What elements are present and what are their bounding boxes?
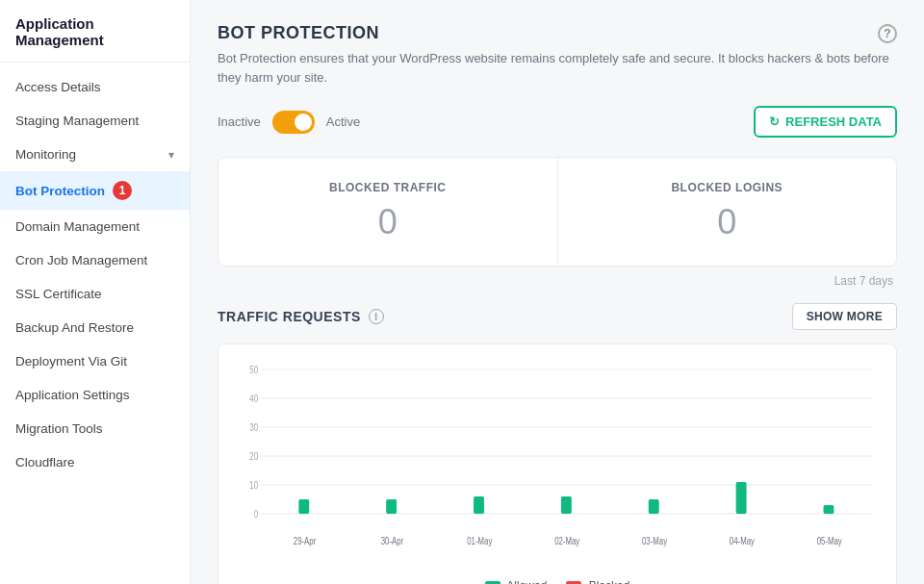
- svg-text:30: 30: [249, 422, 258, 433]
- sidebar-title: Application Management: [0, 0, 190, 63]
- sidebar-item-label: Access Details: [15, 80, 101, 94]
- chart-container: 0102030405029-Apr30-Apr01-May02-May03-Ma…: [218, 343, 897, 584]
- chart-area: 0102030405029-Apr30-Apr01-May02-May03-Ma…: [234, 360, 881, 571]
- svg-rect-24: [824, 505, 834, 514]
- sidebar-badge: 1: [113, 181, 132, 200]
- svg-text:10: 10: [249, 480, 258, 491]
- blocked-traffic-label: BLOCKED TRAFFIC: [234, 181, 542, 194]
- sidebar-item-migration-tools[interactable]: Migration Tools: [0, 412, 190, 445]
- blocked-logins-label: BLOCKED LOGINS: [574, 181, 882, 194]
- traffic-section-header: TRAFFIC REQUESTS i SHOW MORE: [218, 303, 897, 330]
- sidebar-item-deployment-via-git[interactable]: Deployment Via Git: [0, 344, 190, 378]
- sidebar-item-label: Domain Management: [15, 219, 140, 234]
- sidebar-item-label: Application Settings: [15, 388, 130, 402]
- svg-text:30-Apr: 30-Apr: [381, 536, 403, 546]
- sidebar: Application Management Access DetailsSta…: [0, 0, 191, 584]
- page-title: BOT PROTECTION: [218, 23, 379, 43]
- svg-rect-14: [386, 499, 397, 514]
- sidebar-item-access-details[interactable]: Access Details: [0, 70, 190, 104]
- svg-text:20: 20: [249, 451, 258, 462]
- sidebar-item-label: Backup And Restore: [15, 320, 134, 335]
- svg-rect-20: [649, 499, 659, 514]
- sidebar-item-application-settings[interactable]: Application Settings: [0, 378, 190, 412]
- toggle-row: Inactive Active ↻ REFRESH DATA: [218, 106, 897, 138]
- sidebar-item-label: Cron Job Management: [15, 253, 147, 267]
- svg-text:05-May: 05-May: [817, 536, 842, 546]
- sidebar-item-label: Deployment Via Git: [15, 354, 127, 368]
- traffic-section-title: TRAFFIC REQUESTS i: [218, 309, 384, 324]
- svg-rect-18: [561, 496, 572, 514]
- allowed-legend: Allowed: [485, 579, 548, 584]
- sidebar-item-backup-restore[interactable]: Backup And Restore: [0, 311, 190, 344]
- sidebar-item-label: Bot Protection: [15, 184, 105, 198]
- svg-rect-12: [298, 499, 309, 514]
- sidebar-item-cron-job-management[interactable]: Cron Job Management: [0, 243, 190, 277]
- sidebar-item-monitoring[interactable]: Monitoring▾: [0, 138, 190, 171]
- sidebar-item-label: Monitoring: [15, 147, 76, 162]
- stats-card: BLOCKED TRAFFIC 0 BLOCKED LOGINS 0: [218, 157, 897, 267]
- sidebar-item-label: Staging Management: [15, 114, 139, 128]
- svg-text:01-May: 01-May: [467, 536, 492, 546]
- blocked-logins-value: 0: [574, 202, 882, 242]
- refresh-icon: ↻: [769, 114, 780, 129]
- svg-text:40: 40: [249, 394, 258, 404]
- page-description: Bot Protection ensures that your WordPre…: [218, 49, 897, 87]
- blocked-traffic-stat: BLOCKED TRAFFIC 0: [218, 158, 557, 266]
- blocked-traffic-value: 0: [234, 202, 542, 242]
- svg-text:0: 0: [254, 509, 258, 520]
- svg-rect-16: [474, 496, 484, 514]
- sidebar-nav: Access DetailsStaging ManagementMonitori…: [0, 63, 190, 584]
- page-header: BOT PROTECTION ?: [218, 23, 897, 43]
- svg-text:04-May: 04-May: [730, 536, 755, 546]
- show-more-button[interactable]: SHOW MORE: [792, 303, 897, 330]
- svg-text:50: 50: [249, 365, 258, 375]
- sidebar-item-label: Migration Tools: [15, 421, 103, 436]
- svg-text:03-May: 03-May: [642, 536, 667, 546]
- help-icon[interactable]: ?: [878, 24, 897, 43]
- blocked-logins-stat: BLOCKED LOGINS 0: [557, 158, 897, 266]
- sidebar-item-staging-management[interactable]: Staging Management: [0, 104, 190, 138]
- main-content: BOT PROTECTION ? Bot Protection ensures …: [191, 0, 924, 584]
- refresh-button[interactable]: ↻ REFRESH DATA: [754, 106, 897, 138]
- inactive-label: Inactive: [218, 114, 261, 129]
- svg-rect-22: [736, 482, 747, 514]
- bot-protection-toggle[interactable]: [272, 111, 315, 134]
- sidebar-item-cloudflare[interactable]: Cloudflare: [0, 445, 190, 479]
- chart-legend: Allowed Blocked: [234, 579, 881, 584]
- blocked-legend: Blocked: [566, 579, 629, 584]
- stats-footer: Last 7 days: [218, 274, 897, 288]
- chevron-down-icon: ▾: [168, 148, 174, 162]
- sidebar-item-label: SSL Certificate: [15, 287, 102, 301]
- svg-text:02-May: 02-May: [554, 536, 579, 546]
- sidebar-item-label: Cloudflare: [15, 455, 75, 470]
- traffic-chart: 0102030405029-Apr30-Apr01-May02-May03-Ma…: [234, 360, 881, 552]
- active-label: Active: [326, 114, 360, 129]
- sidebar-item-bot-protection[interactable]: Bot Protection1: [0, 171, 190, 210]
- sidebar-item-domain-management[interactable]: Domain Management: [0, 210, 190, 243]
- sidebar-item-ssl-certificate[interactable]: SSL Certificate: [0, 277, 190, 311]
- traffic-info-icon[interactable]: i: [369, 309, 384, 324]
- svg-text:29-Apr: 29-Apr: [294, 536, 316, 546]
